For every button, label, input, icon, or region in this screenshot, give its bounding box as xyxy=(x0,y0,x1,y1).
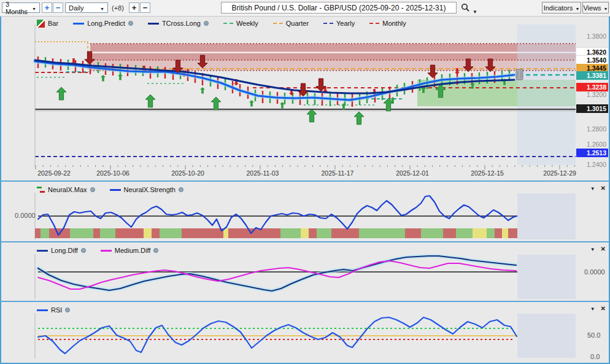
legend-label: Bar xyxy=(48,20,58,27)
price-label-yearly-badge: 1.2513 xyxy=(576,149,608,157)
legend-label: Weekly xyxy=(236,20,258,27)
legend-item-monthly[interactable]: Monthly xyxy=(369,20,406,27)
legend-label: TCross.Long xyxy=(162,20,201,27)
legend-item-bar[interactable]: Bar xyxy=(37,20,58,28)
line-swatch-icon xyxy=(101,250,112,252)
rsi-legend: RSI xyxy=(37,306,70,314)
legend-item-yearly[interactable]: Yearly xyxy=(323,20,355,27)
symbol-title-input[interactable]: British Pound / U.S. Dollar - GBP/USD (2… xyxy=(221,2,457,14)
legend-label: Long.Diff xyxy=(51,247,78,254)
x-axis-label: 2025-09-22 xyxy=(37,169,71,177)
chevron-down-icon xyxy=(29,4,36,12)
views-button-label: Views xyxy=(583,4,601,12)
chevron-down-icon xyxy=(573,4,579,12)
x-axis-label: 2025-10-20 xyxy=(171,169,204,177)
legend-label: Yearly xyxy=(336,20,355,27)
indicators-button[interactable]: Indicators xyxy=(542,2,581,14)
price-label: 1.3800 xyxy=(576,32,608,41)
x-axis-label: 2025-11-03 xyxy=(247,169,279,177)
legend-item-neuralx-max[interactable]: NeuralX.Max xyxy=(37,186,95,193)
line-swatch-icon xyxy=(37,250,48,252)
diff-zero-label: 0.0000 xyxy=(584,268,605,276)
line-swatch-icon xyxy=(73,23,84,25)
price-label-monthly-badge: 1.3238 xyxy=(576,83,608,91)
price-label-badge: 1.3620 xyxy=(576,48,608,56)
price-label-tcross-badge: 1.3381 xyxy=(576,71,608,80)
legend-label: NeuralX.Max xyxy=(48,186,87,193)
legend-label: Quarter xyxy=(286,20,309,27)
info-icon[interactable] xyxy=(179,187,183,192)
timeframe-value: 3 Months xyxy=(6,1,29,15)
info-icon[interactable] xyxy=(81,248,86,253)
close-panel-icon[interactable] xyxy=(601,305,606,312)
legend-item-weekly[interactable]: Weekly xyxy=(223,20,258,27)
collapse-panel-icon[interactable] xyxy=(590,246,595,252)
price-label: 1.2600 xyxy=(576,140,608,149)
diff-panel-controls xyxy=(590,246,606,252)
remove-bar-button[interactable]: − xyxy=(140,2,150,13)
dashed-line-swatch-icon xyxy=(369,23,379,24)
info-icon[interactable] xyxy=(65,308,70,312)
close-panel-icon[interactable] xyxy=(601,185,606,192)
search-dropdown-caret-icon[interactable] xyxy=(473,5,477,16)
legend-label: Medium.Diff xyxy=(115,247,150,254)
price-chart-canvas[interactable] xyxy=(0,16,610,182)
x-axis-label: 2025-12-01 xyxy=(396,169,429,177)
views-button[interactable]: Views xyxy=(582,2,609,14)
period-zoom-in-button[interactable]: + xyxy=(42,2,52,13)
bar-swatch-icon xyxy=(37,20,45,28)
legend-label: Monthly xyxy=(382,20,406,27)
rsi-mid-label: 50.0 xyxy=(587,331,600,339)
indicators-button-label: Indicators xyxy=(544,4,573,12)
main-chart-legend: Bar Long.Predict TCross.Long Weekly Quar… xyxy=(37,19,406,28)
legend-item-medium-diff[interactable]: Medium.Diff xyxy=(101,247,158,254)
info-icon[interactable] xyxy=(204,21,209,26)
chevron-down-icon xyxy=(98,4,104,12)
close-panel-icon[interactable] xyxy=(601,246,606,252)
legend-item-tcross-long[interactable]: TCross.Long xyxy=(148,20,209,27)
search-icon[interactable] xyxy=(461,3,470,12)
dashed-line-swatch-icon xyxy=(323,23,333,24)
info-icon[interactable] xyxy=(153,248,158,253)
price-label-support-badge: 1.3015 xyxy=(576,104,608,113)
line-swatch-icon xyxy=(110,189,121,191)
toolbar: 3 Months + − Daily (+8) + − British Poun… xyxy=(0,0,610,17)
info-icon[interactable] xyxy=(128,21,133,26)
rsi-bottom-label: 0.0 xyxy=(590,353,600,360)
line-swatch-icon xyxy=(37,309,48,311)
collapse-panel-icon[interactable] xyxy=(590,185,595,192)
price-label: 1.3200 xyxy=(576,90,608,99)
price-label-badge: 1.3540 xyxy=(576,56,608,64)
interval-value: Daily xyxy=(69,4,83,12)
legend-label: RSI xyxy=(51,306,62,314)
info-icon[interactable] xyxy=(90,187,95,192)
price-label: 1.2400 xyxy=(576,160,608,169)
neuralx-panel-controls xyxy=(590,185,606,192)
dashed-line-swatch-icon xyxy=(223,23,233,24)
extra-bars-label: (+8) xyxy=(112,4,124,12)
legend-item-long-diff[interactable]: Long.Diff xyxy=(37,247,86,254)
max-min-swatch-icon xyxy=(37,187,45,193)
legend-item-rsi[interactable]: RSI xyxy=(37,306,70,314)
legend-item-long-predict[interactable]: Long.Predict xyxy=(73,20,133,27)
chevron-down-icon xyxy=(601,4,608,12)
rsi-panel-controls xyxy=(590,305,606,312)
legend-label: Long.Predict xyxy=(87,20,125,27)
add-bar-button[interactable]: + xyxy=(129,2,139,13)
collapse-panel-icon[interactable] xyxy=(590,305,595,312)
x-axis-label: 2025-10-06 xyxy=(96,169,129,177)
line-swatch-icon xyxy=(148,23,159,25)
app-window: 3 Months + − Daily (+8) + − British Poun… xyxy=(0,0,610,364)
neuralx-legend: NeuralX.Max NeuralX.Strength xyxy=(37,185,183,194)
period-zoom-out-button[interactable]: − xyxy=(53,2,63,13)
legend-label: NeuralX.Strength xyxy=(124,186,176,193)
interval-select[interactable]: Daily xyxy=(65,2,108,13)
legend-item-quarter[interactable]: Quarter xyxy=(273,20,309,27)
timeframe-select[interactable]: 3 Months xyxy=(2,2,40,13)
x-axis-label: 2025-12-29 xyxy=(543,169,576,177)
rsi-panel-canvas[interactable] xyxy=(0,302,610,363)
x-axis-label: 2025-11-17 xyxy=(322,169,354,177)
x-axis-label: 2025-12-15 xyxy=(471,169,504,177)
neuralx-zero-label: 0.0000 xyxy=(15,212,36,219)
legend-item-neuralx-strength[interactable]: NeuralX.Strength xyxy=(110,186,183,193)
